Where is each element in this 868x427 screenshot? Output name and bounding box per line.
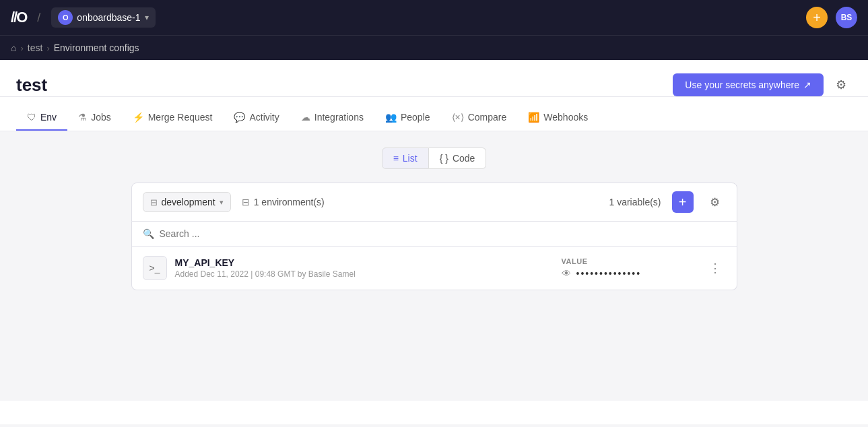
env-selector[interactable]: ⊟ development ▾: [143, 192, 231, 212]
breadcrumb-separator: ›: [20, 43, 23, 53]
main-content: test Use your secrets anywhere ↗ ⚙ 🛡 Env…: [0, 60, 868, 424]
org-selector[interactable]: O onboardbase-1 ▾: [51, 7, 155, 28]
variable-actions: ⋮: [704, 257, 726, 279]
people-icon: 👥: [385, 112, 397, 123]
page-header-actions: Use your secrets anywhere ↗ ⚙: [673, 73, 852, 96]
tab-merge-request-label: Merge Request: [148, 112, 213, 123]
env-count-text: 1 environment(s): [254, 197, 325, 207]
env-settings-button[interactable]: ⚙: [704, 191, 726, 213]
search-icon: 🔍: [143, 228, 154, 239]
top-navigation: //O / O onboardbase-1 ▾ + BS: [0, 0, 868, 35]
external-link-icon: ↗: [803, 79, 811, 90]
tab-bar: 🛡 Env ⚗ Jobs ⚡ Merge Request 💬 Activity …: [0, 105, 868, 131]
variable-masked-value: ••••••••••••••: [576, 268, 642, 279]
page-settings-button[interactable]: ⚙: [830, 74, 852, 96]
home-icon[interactable]: ⌂: [11, 42, 16, 53]
merge-icon: ⚡: [133, 112, 144, 123]
integrations-icon: ☁: [301, 112, 310, 123]
variable-list: >_ MY_API_KEY Added Dec 11, 2022 | 09:48…: [131, 247, 737, 290]
search-bar: 🔍: [131, 222, 737, 247]
env-selector-chevron-icon: ▾: [220, 198, 224, 207]
view-toggle: ≡ List { } Code: [16, 147, 852, 169]
content-area: ≡ List { } Code ⊟ development ▾ ⊟ 1 envi…: [0, 131, 868, 401]
variable-meta: Added Dec 11, 2022 | 09:48 GMT by Basile…: [175, 269, 554, 279]
variable-count: 1 variable(s): [609, 197, 661, 207]
tab-people-label: People: [401, 112, 430, 123]
env-count: ⊟ 1 environment(s): [242, 197, 325, 207]
logo: //O: [11, 9, 26, 26]
breadcrumb-test[interactable]: test: [28, 42, 43, 53]
user-avatar[interactable]: BS: [836, 7, 857, 28]
variable-info: MY_API_KEY Added Dec 11, 2022 | 09:48 GM…: [175, 257, 554, 279]
table-row: >_ MY_API_KEY Added Dec 11, 2022 | 09:48…: [132, 247, 737, 290]
variable-icon: >_: [143, 256, 167, 280]
tab-jobs-label: Jobs: [91, 112, 111, 123]
list-view-button[interactable]: ≡ List: [382, 147, 429, 169]
breadcrumb: ⌂ › test › Environment configs: [0, 35, 868, 60]
chevron-down-icon: ▾: [145, 13, 149, 22]
tab-webhooks[interactable]: 📶 Webhooks: [517, 105, 599, 131]
logo-icon: //O: [11, 9, 26, 26]
tab-activity[interactable]: 💬 Activity: [223, 105, 290, 131]
tab-compare-label: Compare: [468, 112, 507, 123]
tab-compare[interactable]: ⟨×⟩ Compare: [441, 105, 518, 131]
eye-icon[interactable]: 👁: [562, 268, 571, 279]
env-selector-name: development: [162, 197, 215, 207]
list-icon: ≡: [393, 153, 399, 164]
page-header: test Use your secrets anywhere ↗ ⚙: [0, 60, 868, 97]
breadcrumb-separator: ›: [46, 43, 49, 53]
env-toolbar: ⊟ development ▾ ⊟ 1 environment(s) 1 var…: [131, 183, 737, 222]
variable-value-section: VALUE 👁 ••••••••••••••: [562, 257, 696, 279]
tab-webhooks-label: Webhooks: [543, 112, 588, 123]
shield-icon: 🛡: [27, 112, 36, 123]
tab-jobs[interactable]: ⚗ Jobs: [67, 105, 122, 131]
code-view-button[interactable]: { } Code: [429, 147, 487, 169]
code-view-label: Code: [453, 153, 475, 164]
tab-integrations-label: Integrations: [314, 112, 364, 123]
jobs-icon: ⚗: [78, 112, 87, 123]
variable-value-label: VALUE: [562, 257, 588, 265]
breadcrumb-env-configs: Environment configs: [54, 42, 139, 53]
org-avatar: O: [58, 10, 73, 25]
page-title: test: [16, 75, 47, 96]
compare-icon: ⟨×⟩: [452, 112, 464, 123]
tab-integrations[interactable]: ☁ Integrations: [290, 105, 374, 131]
list-view-label: List: [403, 153, 418, 164]
variable-value-row: 👁 ••••••••••••••: [562, 268, 642, 279]
tab-activity-label: Activity: [249, 112, 279, 123]
variable-name: MY_API_KEY: [175, 257, 554, 268]
org-name: onboardbase-1: [77, 12, 140, 23]
env-count-icon: ⊟: [242, 197, 250, 207]
variable-menu-button[interactable]: ⋮: [704, 257, 726, 279]
env-selector-icon: ⊟: [150, 197, 158, 207]
add-button[interactable]: +: [806, 7, 828, 28]
tab-env[interactable]: 🛡 Env: [16, 105, 67, 131]
tab-merge-request[interactable]: ⚡ Merge Request: [122, 105, 224, 131]
activity-icon: 💬: [234, 112, 245, 123]
tab-env-label: Env: [40, 112, 57, 123]
code-icon: { }: [440, 153, 448, 164]
use-secrets-label: Use your secrets anywhere: [685, 79, 799, 90]
add-variable-button[interactable]: +: [672, 191, 694, 213]
use-secrets-button[interactable]: Use your secrets anywhere ↗: [673, 73, 824, 96]
slash-separator: /: [37, 11, 40, 25]
webhooks-icon: 📶: [528, 112, 539, 123]
search-input[interactable]: [160, 228, 726, 239]
tab-people[interactable]: 👥 People: [374, 105, 441, 131]
